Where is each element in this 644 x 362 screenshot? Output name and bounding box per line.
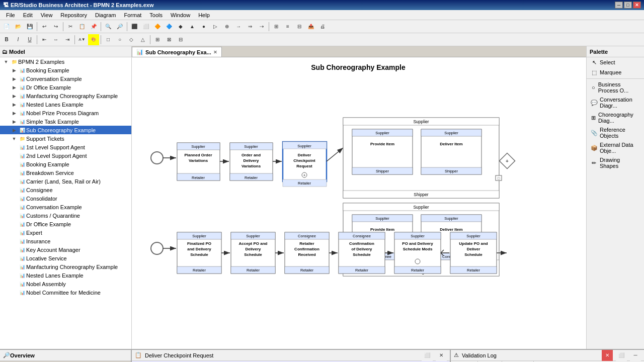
tree-item-carrier[interactable]: 📊 Carrier (Land, Sea, Rail or Air) xyxy=(0,177,131,186)
tree-item-booking2[interactable]: 📊 Booking Example xyxy=(0,160,131,168)
tb-redo[interactable]: ↪ xyxy=(50,21,61,32)
tb-more2[interactable]: ⊠ xyxy=(164,34,175,45)
tb-more1[interactable]: ⊞ xyxy=(152,34,163,45)
tree-item-droffice2[interactable]: 📊 Dr Office Example xyxy=(0,220,131,228)
tree-item-support[interactable]: ▼ 📁 Support Tickets xyxy=(0,134,131,143)
tree-item-manf[interactable]: ▶ 📊 Manfacturing Choreography Example xyxy=(0,92,131,100)
props-maximize-btn[interactable]: ⬜ xyxy=(422,350,433,361)
tb-b10[interactable]: → xyxy=(233,21,244,32)
tab-close-button[interactable]: ✕ xyxy=(213,50,217,55)
palette-ref-obj[interactable]: 📎 Reference Objects xyxy=(587,125,644,140)
tree-item-breakdown[interactable]: 📊 Breakdown Service xyxy=(0,168,131,177)
tb-new[interactable]: 📄 xyxy=(1,21,12,32)
menu-help[interactable]: Help xyxy=(194,11,214,19)
canvas[interactable]: Sub Choreography Example Supplier xyxy=(132,57,586,349)
tb-cut[interactable]: ✂ xyxy=(65,21,76,32)
maximize-button[interactable]: □ xyxy=(624,2,632,9)
tree-item-root[interactable]: ▼ 📁 BPMN 2 Examples xyxy=(0,57,131,66)
tree-item-droffice[interactable]: ▶ 📊 Dr Office Example xyxy=(0,83,131,92)
tb-zoomin[interactable]: 🔍 xyxy=(103,21,114,32)
tb-shape1[interactable]: □ xyxy=(103,34,114,45)
tree-item-booking[interactable]: ▶ 📊 Booking Example xyxy=(0,66,131,74)
expander-nested[interactable]: ▶ xyxy=(10,101,18,109)
tb-b12[interactable]: ⇢ xyxy=(256,21,267,32)
tb-font-italic[interactable]: I xyxy=(13,34,24,45)
expander-manf[interactable]: ▶ xyxy=(10,92,18,100)
tb-save[interactable]: 💾 xyxy=(24,21,35,32)
tree-item-consolidator[interactable]: 📊 Consolidator xyxy=(0,194,131,203)
tb-zoomout[interactable]: 🔎 xyxy=(114,21,125,32)
tb-b1[interactable]: ⬛ xyxy=(129,21,140,32)
tb-align-center[interactable]: ↔ xyxy=(50,34,61,45)
tb-b2[interactable]: ⬜ xyxy=(140,21,151,32)
tree-item-nobelassembly[interactable]: 📊 Nobel Assembly xyxy=(0,280,131,288)
tb-font-bold[interactable]: B xyxy=(1,34,12,45)
menu-diagram[interactable]: Diagram xyxy=(91,11,120,19)
menu-window[interactable]: Window xyxy=(167,11,194,19)
tb-paste[interactable]: 📌 xyxy=(88,21,99,32)
tb-font-underline[interactable]: U xyxy=(24,34,35,45)
expander-booking[interactable]: ▶ xyxy=(10,66,18,74)
palette-bpo[interactable]: ○ Business Process O... xyxy=(587,80,644,95)
minimize-button[interactable]: ─ xyxy=(615,2,623,9)
validation-close-btn[interactable]: ✕ xyxy=(602,350,613,361)
tb-shape2[interactable]: ○ xyxy=(114,34,125,45)
tb-export[interactable]: 📤 xyxy=(305,21,316,32)
tree-item-manf2[interactable]: 📊 Manfacturing Choreography Example xyxy=(0,262,131,271)
tb-shape3[interactable]: ◇ xyxy=(126,34,137,45)
menu-edit[interactable]: Edit xyxy=(19,11,37,19)
tb-undo[interactable]: ↩ xyxy=(39,21,50,32)
validation-min-btn[interactable]: ─ xyxy=(630,350,641,361)
tb-b5[interactable]: ◆ xyxy=(175,21,186,32)
tb-color2[interactable]: 🎨 xyxy=(88,34,99,45)
palette-select[interactable]: ↖ Select xyxy=(587,57,644,67)
menu-repository[interactable]: Repository xyxy=(56,11,91,19)
tb-print[interactable]: 🖨 xyxy=(317,21,328,32)
tb-align-left[interactable]: ⇤ xyxy=(39,34,50,45)
tree-item-subchoro[interactable]: ▶ 📊 Sub Choreography Example xyxy=(0,126,131,134)
tree-item-nobel[interactable]: ▶ 📊 Nobel Prize Process Diagram xyxy=(0,109,131,117)
tb-b11[interactable]: ⇒ xyxy=(245,21,256,32)
expander-support[interactable]: ▼ xyxy=(10,135,18,143)
palette-draw-shapes[interactable]: ✏ Drawing Shapes xyxy=(587,155,644,170)
menu-file[interactable]: File xyxy=(2,11,19,19)
tab-subchoro[interactable]: 📊 Sub Choreography Exa... ✕ xyxy=(132,47,222,57)
tree-item-locative[interactable]: 📊 Locative Service xyxy=(0,254,131,262)
tb-b6[interactable]: ▲ xyxy=(187,21,198,32)
tb-open[interactable]: 📂 xyxy=(13,21,24,32)
tb-align-right[interactable]: ⇥ xyxy=(62,34,73,45)
tb-b3[interactable]: 🔶 xyxy=(152,21,163,32)
tb-copy[interactable]: 📋 xyxy=(76,21,88,32)
tree-view[interactable]: ▼ 📁 BPMN 2 Examples ▶ 📊 Booking Example … xyxy=(0,57,131,349)
tb-b8[interactable]: ▷ xyxy=(210,21,221,32)
tb-color1[interactable]: A▼ xyxy=(76,34,88,45)
menu-format[interactable]: Format xyxy=(120,11,146,19)
tb-b7[interactable]: ● xyxy=(198,21,209,32)
menu-tools[interactable]: Tools xyxy=(145,11,167,19)
tree-item-expert[interactable]: 📊 Expert xyxy=(0,228,131,237)
tree-item-simpletask[interactable]: ▶ 📊 Simple Task Example xyxy=(0,117,131,126)
tb-more3[interactable]: ⊟ xyxy=(175,34,186,45)
expander-subchoro[interactable]: ▶ xyxy=(10,126,18,134)
tb-b9[interactable]: ⊕ xyxy=(221,21,232,32)
palette-ext-data[interactable]: 📦 External Data Obje... xyxy=(587,140,644,155)
tree-item-customs[interactable]: 📊 Customs / Quarantine xyxy=(0,211,131,220)
tree-item-nobelcommittee[interactable]: 📊 Nobel Committee for Medicine xyxy=(0,288,131,297)
palette-choro-diag[interactable]: ⊞ Choreography Diag... xyxy=(587,110,644,125)
tb-grid[interactable]: ⊞ xyxy=(271,21,282,32)
expander-simpletask[interactable]: ▶ xyxy=(10,118,18,126)
expander-nobel[interactable]: ▶ xyxy=(10,109,18,117)
menu-view[interactable]: View xyxy=(37,11,57,19)
tree-item-nested[interactable]: ▶ 📊 Nested Lanes Example xyxy=(0,100,131,109)
tb-b4[interactable]: 🔷 xyxy=(164,21,175,32)
tb-shape4[interactable]: △ xyxy=(137,34,148,45)
close-button[interactable]: ✕ xyxy=(633,2,641,9)
validation-max-btn[interactable]: ⬜ xyxy=(616,350,627,361)
tb-align[interactable]: ≡ xyxy=(282,21,293,32)
tree-item-consignee[interactable]: 📊 Consignee xyxy=(0,186,131,194)
tree-item-conv2[interactable]: 📊 Conversation Example xyxy=(0,203,131,211)
expander-conv[interactable]: ▶ xyxy=(10,75,18,83)
tb-layout[interactable]: ⊟ xyxy=(294,21,305,32)
palette-conv-diag[interactable]: 💬 Conversation Diagr... xyxy=(587,95,644,110)
tree-item-nested2[interactable]: 📊 Nested Lanes Example xyxy=(0,271,131,280)
